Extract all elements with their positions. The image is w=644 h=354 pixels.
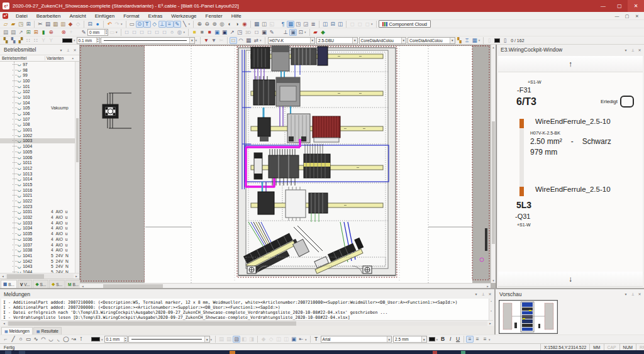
pin-block-1-icon[interactable]: ▚ bbox=[2, 37, 9, 44]
cockpit-previous-button[interactable]: ↑ bbox=[498, 56, 643, 72]
view-rotate-icon[interactable]: ◎ bbox=[176, 29, 184, 36]
pen-offset-icon[interactable]: ✎ bbox=[80, 29, 87, 36]
scroll-right-icon[interactable]: ▸ bbox=[485, 284, 491, 288]
tree-item-108[interactable]: ◡108 bbox=[0, 122, 79, 128]
edit-text-icon[interactable]: ✎ bbox=[174, 21, 181, 28]
construction-mode-icon[interactable]: ⌐ bbox=[2, 336, 9, 343]
mdi-close-button[interactable]: ✕ bbox=[633, 13, 641, 19]
view-back-icon[interactable]: □ bbox=[131, 29, 138, 36]
tree-item-1012[interactable]: ◡1012 bbox=[0, 165, 79, 171]
sidebar-tab-4[interactable]: ◆S... bbox=[49, 280, 65, 288]
to-front-icon[interactable]: ◧ bbox=[240, 336, 248, 343]
arrange-2-icon[interactable]: ◻ bbox=[356, 21, 364, 28]
hatch-icon[interactable]: ▨ bbox=[233, 336, 240, 343]
cut-wire-icon[interactable]: ✂ bbox=[218, 37, 225, 44]
route-grid-icon[interactable]: ▦ bbox=[245, 37, 252, 44]
text-frame-icon[interactable]: ▣ bbox=[290, 336, 297, 343]
panel-menu-icon[interactable]: ▾ bbox=[623, 292, 628, 296]
window-dark-icon[interactable]: ▣ bbox=[221, 29, 228, 36]
device-tree[interactable]: ◡97◡98◡99◡100◡101◡102◡103◡104◡105Vakuump… bbox=[0, 62, 79, 273]
tree-item-1044[interactable]: ◡10445_24V_N bbox=[0, 269, 79, 273]
cockpit-next-button[interactable]: ↓ bbox=[498, 272, 643, 287]
place-pin-icon[interactable]: ▼ bbox=[203, 37, 210, 44]
print-icon[interactable]: ⊟ bbox=[86, 21, 94, 28]
grid-icon[interactable]: ▦ bbox=[253, 21, 260, 28]
messages-hscroll-thumb[interactable] bbox=[8, 321, 296, 326]
fill-gray-icon[interactable]: ■ bbox=[198, 29, 206, 36]
tab-meldungen[interactable]: ▦Meldungen bbox=[1, 327, 33, 335]
layer-list-icon[interactable]: ≡ bbox=[166, 21, 174, 28]
tree-item-1016[interactable]: ◡1016 bbox=[0, 187, 79, 193]
panel-menu-icon[interactable]: ▾ bbox=[474, 292, 479, 296]
toolbar-overflow-icon[interactable]: ▾ bbox=[121, 22, 123, 26]
message-log[interactable]: ▴▾ I - AdditionalPart added: 2007210000:… bbox=[1, 299, 493, 320]
menu-hilfe[interactable]: Hilfe bbox=[227, 13, 246, 19]
clipboard-icon[interactable]: ▯ bbox=[486, 37, 493, 44]
tree-item-101[interactable]: ◡101 bbox=[0, 84, 79, 89]
toolbar-overflow-icon[interactable]: ▾ bbox=[211, 338, 213, 341]
tree-item-1041[interactable]: ◡10415_24V_N bbox=[0, 253, 79, 258]
panel-grid-icon[interactable]: ▣ bbox=[289, 29, 297, 36]
tile-sheets-icon[interactable]: ≣ bbox=[309, 21, 317, 28]
paragraph-icon[interactable]: ¶ bbox=[279, 21, 287, 28]
toolbar-overflow-icon[interactable]: ▾ bbox=[189, 22, 191, 26]
menu-ansicht[interactable]: Ansicht bbox=[65, 13, 90, 19]
menu-format[interactable]: Format bbox=[119, 13, 143, 19]
redraw-icon[interactable]: ◉ bbox=[241, 21, 248, 28]
scroll-right-icon[interactable]: ▸ bbox=[487, 321, 493, 325]
close-button[interactable]: ✕ bbox=[628, 0, 644, 12]
core-color-dropdown[interactable]: CoreDiaAndColou▾ bbox=[408, 37, 455, 44]
menu-bearbeiten[interactable]: Bearbeiten bbox=[32, 13, 65, 19]
panel-close-icon[interactable]: ✕ bbox=[72, 48, 77, 52]
tree-item-1043[interactable]: ◡10435_24V_N bbox=[0, 263, 79, 269]
tree-item-1033[interactable]: ◡10334_AIO_u bbox=[0, 220, 79, 226]
tree-item-107[interactable]: ◡107 bbox=[0, 116, 79, 122]
taskbar-item[interactable] bbox=[5, 351, 11, 354]
mdi-minimize-button[interactable]: — bbox=[613, 13, 621, 19]
tree-item-1032[interactable]: ◡10324_AIO_u bbox=[0, 214, 79, 220]
assign-wire-icon[interactable]: ▚ bbox=[456, 37, 464, 44]
polyline-icon[interactable]: ↝ bbox=[70, 336, 77, 343]
fill-red-icon[interactable]: ■ bbox=[206, 29, 213, 36]
tree-item-1003[interactable]: ◡1003 bbox=[0, 138, 79, 144]
zoom-out-icon[interactable]: ⊖ bbox=[203, 21, 211, 28]
canvas-vscroll-thumb[interactable] bbox=[492, 121, 495, 244]
panel-pin-icon[interactable]: ⊥ bbox=[480, 292, 486, 296]
toolbar-overflow-icon[interactable]: ▾ bbox=[304, 30, 306, 34]
wye-cable-1-icon[interactable]: Y bbox=[40, 37, 47, 44]
scroll-left-icon[interactable]: ◂ bbox=[1, 321, 7, 325]
sidebar-tab-1[interactable]: ▦B... bbox=[1, 280, 17, 288]
draw-color-swatch[interactable] bbox=[91, 337, 100, 341]
tree-item-1001[interactable]: ◡1001 bbox=[0, 127, 79, 133]
pin-pair-2-icon[interactable]: ∷ bbox=[32, 37, 40, 44]
italic-icon[interactable]: I bbox=[447, 336, 454, 343]
ungroup-icon[interactable]: ▤ bbox=[225, 336, 233, 343]
sidebar-tab-5[interactable]: MB... bbox=[65, 280, 81, 288]
mdi-restore-button[interactable]: ▢ bbox=[623, 13, 631, 19]
cube-wire-icon[interactable]: □ bbox=[253, 29, 260, 36]
char-spacing-icon[interactable]: ⇤ bbox=[297, 336, 305, 343]
flat-view-icon[interactable]: ▭ bbox=[108, 29, 116, 36]
detach-icon[interactable]: ◳ bbox=[236, 29, 243, 36]
menu-einfügen[interactable]: Einfügen bbox=[91, 13, 119, 19]
text-tool-icon[interactable]: T bbox=[143, 21, 151, 28]
tree-item-1036[interactable]: ◡10364_AIO_u bbox=[0, 236, 79, 242]
line-color-swatch[interactable] bbox=[62, 38, 72, 43]
messages-horizontal-scrollbar[interactable]: ◂ ▸ bbox=[1, 320, 493, 326]
menu-fenster[interactable]: Fenster bbox=[201, 13, 227, 19]
format-painter-icon[interactable]: ◆ bbox=[67, 21, 74, 28]
taskbar-item[interactable] bbox=[230, 351, 235, 354]
toolbar-overflow-icon[interactable]: ▾ bbox=[184, 30, 186, 34]
offset-spinner[interactable]: 0 mm▴▾ bbox=[87, 29, 108, 36]
canvas-hscroll-thumb[interactable] bbox=[103, 284, 163, 288]
about-icon[interactable]: ● bbox=[94, 21, 101, 28]
zoom-page-icon[interactable]: ◎ bbox=[218, 21, 226, 28]
attach-h-icon[interactable]: ◫ bbox=[275, 336, 282, 343]
place-pin-gray-icon[interactable]: ▼ bbox=[210, 37, 218, 44]
highlight-route-icon[interactable]: □ bbox=[230, 37, 237, 44]
table-grid-icon[interactable]: ▦ bbox=[287, 21, 294, 28]
scroll-up-icon[interactable]: ▴ bbox=[491, 45, 496, 50]
view-bottom-icon[interactable]: □ bbox=[161, 29, 169, 36]
e3-redliner-icon[interactable]: ▰ bbox=[312, 29, 319, 36]
align-center-icon[interactable]: ≡ bbox=[474, 336, 481, 343]
